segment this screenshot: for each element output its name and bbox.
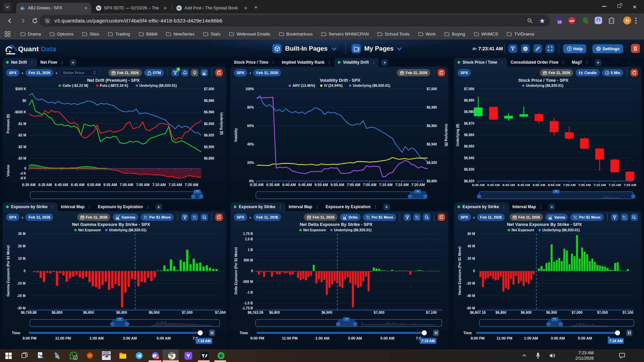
svg-text:-40 M: -40 M	[466, 294, 475, 298]
svg-text:IV (24.94%): IV (24.94%)	[324, 83, 342, 87]
svg-text:$6,920: $6,920	[464, 179, 474, 183]
svg-text:7:00 AM: 7:00 AM	[120, 183, 133, 187]
svg-text:Delta Exposure (Per $1 Move): Delta Exposure (Per $1 Move)	[234, 247, 238, 295]
svg-text:7:20 AM: 7:20 AM	[412, 183, 425, 187]
svg-text:6:35 AM: 6:35 AM	[487, 183, 500, 187]
svg-text:7:19 AM: 7:19 AM	[421, 339, 435, 343]
svg-text:W: W	[97, 6, 101, 10]
svg-text:20 M: 20 M	[468, 257, 475, 260]
svg-text:9:00 PM: 9:00 PM	[22, 336, 37, 340]
svg-text:$6,900: $6,900	[204, 145, 214, 149]
svg-text:6:50 AM: 6:50 AM	[315, 183, 328, 187]
svg-text:12: 12	[558, 20, 561, 24]
svg-text:W: W	[177, 6, 181, 10]
svg-text:Premium ($): Premium ($)	[6, 114, 10, 133]
svg-text:3:00 AM: 3:00 AM	[123, 336, 137, 340]
svg-text:40%: 40%	[247, 142, 254, 146]
svg-text:-10 M: -10 M	[17, 282, 25, 285]
svg-text:Underlying ($): Underlying ($)	[456, 124, 460, 146]
svg-text:$6,980: $6,980	[204, 99, 214, 103]
svg-text:-1.5 B: -1.5 B	[244, 301, 253, 305]
svg-text:3:00 AM: 3:00 AM	[551, 336, 565, 340]
svg-text:100%: 100%	[245, 87, 254, 91]
svg-text:7:05 AM: 7:05 AM	[578, 183, 591, 187]
svg-text:6:50 AM: 6:50 AM	[533, 183, 545, 187]
svg-text:$6,970: $6,970	[464, 122, 474, 125]
svg-text:$6,980: $6,980	[427, 106, 437, 109]
svg-text:Net Exposure: Net Exposure	[303, 228, 326, 232]
svg-text:11:00 PM: 11:00 PM	[55, 336, 71, 340]
svg-text:60%: 60%	[247, 124, 254, 128]
svg-text:Underlying ($6,920.01): Underlying ($6,920.01)	[526, 83, 563, 87]
svg-text:7:10 AM: 7:10 AM	[379, 183, 392, 187]
svg-text:6:45 AM: 6:45 AM	[299, 183, 312, 187]
svg-text:1 B: 1 B	[248, 248, 253, 252]
svg-text:7:19 AM: 7:19 AM	[609, 339, 623, 343]
svg-text:7:19 AM: 7:19 AM	[197, 339, 211, 343]
svg-text:-$2 M: -$2 M	[17, 145, 26, 149]
svg-text:7:20 AM: 7:20 AM	[185, 183, 198, 187]
svg-text:6:40 AM: 6:40 AM	[502, 183, 515, 187]
svg-text:-60 M: -60 M	[466, 306, 475, 310]
svg-text:$6,920: $6,920	[427, 161, 437, 165]
svg-text:$7,000: $7,000	[464, 87, 474, 91]
svg-text:ABP: ABP	[569, 19, 575, 22]
svg-text:500 M: 500 M	[244, 258, 253, 262]
svg-text:Puts (-$872.34 K): Puts (-$872.34 K)	[100, 83, 128, 87]
svg-text:0: 0	[24, 167, 26, 170]
svg-text:6:50 AM: 6:50 AM	[87, 183, 101, 187]
svg-text:Underlying ($6,920.01): Underlying ($6,920.01)	[109, 228, 146, 232]
svg-text:7:15 AM: 7:15 AM	[608, 183, 621, 187]
svg-text:7:00 AM: 7:00 AM	[347, 183, 360, 187]
svg-text:$6,940: $6,940	[464, 156, 474, 160]
svg-text:-4 K: -4 K	[20, 172, 26, 175]
svg-text:$6,880: $6,880	[204, 157, 214, 160]
svg-text:-$3 M: -$3 M	[17, 157, 26, 160]
svg-text:$6,960: $6,960	[464, 133, 474, 137]
svg-text:6:40 AM: 6:40 AM	[282, 183, 296, 187]
svg-text:$6,940: $6,940	[427, 142, 437, 146]
svg-text:$7,000: $7,000	[427, 87, 437, 91]
svg-text:9: 9	[157, 356, 158, 359]
svg-text:11:00 PM: 11:00 PM	[282, 336, 298, 340]
svg-text:Time: Time	[239, 331, 248, 335]
svg-text:40 M: 40 M	[468, 244, 475, 248]
svg-text:1.5 B: 1.5 B	[245, 237, 253, 241]
svg-text:Vanna Exposure (Per $1 Move): Vanna Exposure (Per $1 Move)	[458, 246, 462, 295]
svg-text:Underlying ($): Underlying ($)	[220, 112, 223, 135]
svg-text:?: ?	[569, 47, 571, 51]
svg-text:ARV (13.46%): ARV (13.46%)	[292, 83, 315, 87]
svg-text:$6,930: $6,930	[464, 168, 474, 171]
svg-text:6:40 AM: 6:40 AM	[55, 183, 68, 187]
svg-text:0: 0	[23, 269, 25, 273]
svg-text:$6,950: $6,950	[464, 144, 474, 148]
svg-text:$6,980: $6,980	[464, 110, 474, 114]
svg-text:6:55 AM: 6:55 AM	[331, 183, 344, 187]
svg-text:-1 B: -1 B	[247, 291, 253, 294]
svg-text:$6,940: $6,940	[204, 122, 214, 126]
svg-text:0: 0	[473, 269, 475, 273]
svg-text:$6,990: $6,990	[464, 99, 474, 102]
svg-text:6:35 AM: 6:35 AM	[39, 183, 52, 187]
svg-text:-1.75 B: -1.75 B	[242, 306, 253, 310]
svg-text:20%: 20%	[247, 161, 254, 165]
svg-text:11:00 PM: 11:00 PM	[496, 336, 512, 340]
svg-text:5:00 AM: 5:00 AM	[578, 336, 592, 340]
svg-text:$7,000: $7,000	[204, 87, 214, 91]
svg-text:-500 M: -500 M	[243, 280, 253, 284]
svg-text:30 M: 30 M	[18, 232, 25, 236]
svg-text:7:00 AM: 7:00 AM	[563, 183, 576, 187]
svg-text:9:00 PM: 9:00 PM	[471, 336, 485, 340]
svg-text:$6,960: $6,960	[427, 124, 437, 128]
svg-text:-20 M: -20 M	[17, 294, 25, 298]
svg-text:60 M: 60 M	[468, 232, 475, 236]
svg-text:5:00 AM: 5:00 AM	[157, 336, 171, 340]
svg-text:3:00 AM: 3:00 AM	[348, 336, 362, 340]
svg-text:6:30 AM: 6:30 AM	[250, 183, 264, 187]
svg-text:6:55 AM: 6:55 AM	[548, 183, 560, 187]
svg-text:7:05 AM: 7:05 AM	[363, 183, 376, 187]
svg-text:1:00 AM: 1:00 AM	[315, 336, 329, 340]
svg-text:$6,920: $6,920	[204, 133, 214, 137]
svg-text:6:45 AM: 6:45 AM	[518, 183, 530, 187]
svg-text:1:00 AM: 1:00 AM	[90, 336, 104, 340]
